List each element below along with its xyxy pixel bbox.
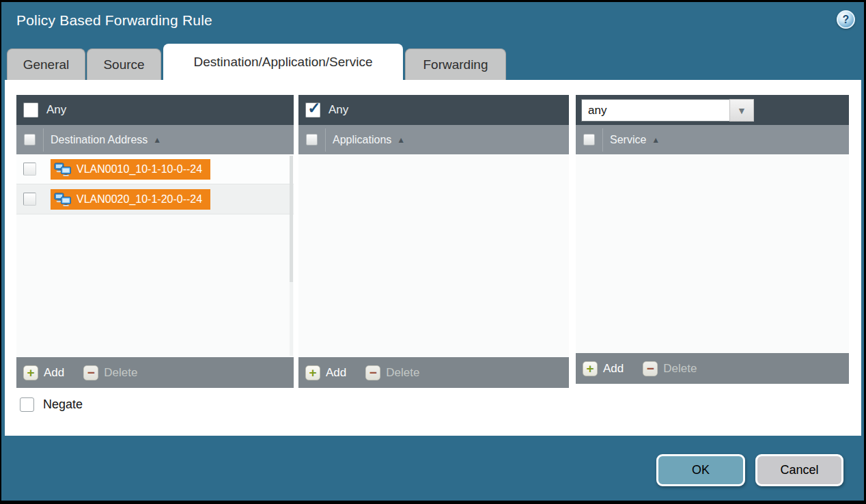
dialog-title: Policy Based Forwarding Rule [16,12,212,29]
destination-header-label[interactable]: Destination Address [51,134,148,146]
tab-general[interactable]: General [7,48,85,80]
network-icon [54,193,72,206]
destination-any-label: Any [46,103,66,117]
destination-list: VLAN0010_10-1-10-0--24 [16,154,294,357]
destination-header-row: Destination Address ▲ [16,125,294,154]
applications-column: ✓ Any Applications ▲ + Add [298,95,569,388]
chevron-down-icon: ▼ [737,105,746,116]
address-label: VLAN0010_10-1-10-0--24 [76,163,202,176]
sort-asc-icon[interactable]: ▲ [153,135,161,145]
service-header-label[interactable]: Service [610,134,646,146]
destination-column: Any Destination Address ▲ [16,95,294,388]
address-object-tag[interactable]: VLAN0020_10-1-20-0--24 [51,189,210,210]
plus-icon: + [305,365,320,380]
applications-any-checkbox[interactable]: ✓ [305,102,320,117]
plus-icon: + [23,365,38,380]
minus-icon: − [365,365,380,380]
destination-footer: + Add − Delete [16,357,294,388]
address-label: VLAN0020_10-1-20-0--24 [76,193,202,206]
service-select-all-checkbox[interactable] [583,134,595,145]
pbf-rule-dialog: Policy Based Forwarding Rule ? General S… [1,2,864,501]
tab-source[interactable]: Source [87,48,161,80]
minus-icon: − [643,361,658,376]
sort-asc-icon[interactable]: ▲ [652,135,660,145]
destination-select-all-checkbox[interactable] [24,134,36,145]
row-checkbox[interactable] [23,193,36,206]
destination-add-button[interactable]: + Add [23,365,64,380]
row-checkbox[interactable] [23,163,36,176]
table-row[interactable]: VLAN0020_10-1-20-0--24 [16,184,294,214]
service-dropdown-input[interactable] [581,99,729,122]
service-delete-button[interactable]: − Delete [643,361,697,376]
applications-select-all-checkbox[interactable] [306,134,318,145]
network-icon [54,163,72,176]
dropdown-arrow-button[interactable]: ▼ [729,99,754,122]
applications-header-label[interactable]: Applications [333,134,391,146]
applications-delete-button[interactable]: − Delete [365,365,419,380]
content-panel: Any Destination Address ▲ [5,80,861,436]
service-header-row: Service ▲ [576,125,849,154]
service-add-button[interactable]: + Add [583,361,624,376]
applications-any-bar: ✓ Any [298,95,569,125]
applications-any-label: Any [329,103,348,117]
header-divider [602,128,603,152]
service-footer: + Add − Delete [576,353,849,384]
minus-icon: − [83,365,98,380]
destination-delete-button[interactable]: − Delete [83,365,137,380]
table-row[interactable]: VLAN0010_10-1-10-0--24 [16,154,294,184]
destination-any-checkbox[interactable] [23,102,38,117]
destination-any-bar: Any [16,95,294,125]
applications-header-row: Applications ▲ [298,125,569,154]
negate-row: Negate [20,397,83,412]
negate-label: Negate [43,397,83,412]
scrollbar[interactable] [290,156,293,356]
sort-asc-icon[interactable]: ▲ [397,135,405,145]
scrollbar-thumb[interactable] [290,156,293,282]
service-dropdown-bar: ▼ [576,95,849,125]
service-column: ▼ Service ▲ + Add − [576,95,849,384]
help-glyph: ? [843,14,850,26]
header-divider [43,128,44,152]
header-divider [325,128,326,152]
plus-icon: + [583,361,598,376]
help-icon[interactable]: ? [837,10,855,29]
tab-forwarding[interactable]: Forwarding [405,48,506,80]
applications-add-button[interactable]: + Add [305,365,346,380]
screen: Policy Based Forwarding Rule ? General S… [0,0,866,504]
service-combo: ▼ [581,99,754,122]
service-list [576,154,849,353]
tab-destination-application-service[interactable]: Destination/Application/Service [163,44,403,80]
tab-bar: General Source Destination/Application/S… [1,44,864,80]
address-object-tag[interactable]: VLAN0010_10-1-10-0--24 [51,159,210,180]
check-icon: ✓ [307,100,320,116]
cancel-button[interactable]: Cancel [755,454,843,486]
applications-footer: + Add − Delete [298,357,569,388]
ok-button[interactable]: OK [656,454,745,486]
negate-checkbox[interactable] [20,397,34,412]
applications-list [298,154,569,357]
